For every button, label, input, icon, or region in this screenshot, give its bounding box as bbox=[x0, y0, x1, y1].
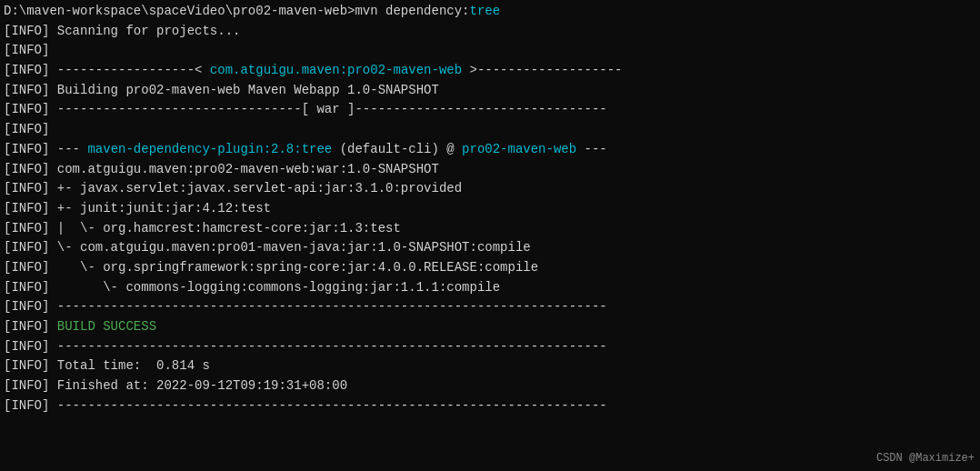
line-content: ----------------------------------------… bbox=[57, 337, 607, 357]
info-prefix: [INFO] bbox=[4, 140, 57, 160]
terminal-line: [INFO] \- com.atguigu.maven:pro01-maven-… bbox=[4, 238, 976, 258]
info-prefix: [INFO] bbox=[4, 258, 57, 278]
terminal-line: [INFO] \- org.springframework:spring-cor… bbox=[4, 258, 976, 278]
terminal-line: [INFO] Total time: 0.814 s bbox=[4, 356, 976, 376]
terminal-line: [INFO] Scanning for projects... bbox=[4, 22, 976, 42]
info-prefix: [INFO] bbox=[4, 356, 57, 376]
terminal-line: [INFO] ---------------------------------… bbox=[4, 396, 976, 416]
line-content: --------------------------------[ war ]-… bbox=[57, 100, 607, 120]
line-content: | \- org.hamcrest:hamcrest-core:jar:1.3:… bbox=[57, 219, 401, 239]
info-prefix: [INFO] bbox=[4, 100, 57, 120]
info-prefix: [INFO] bbox=[4, 297, 57, 317]
terminal-line: [INFO] \- commons-logging:commons-loggin… bbox=[4, 278, 976, 298]
terminal-line: [INFO] BUILD SUCCESS bbox=[4, 317, 976, 337]
line-content: \- commons-logging:commons-logging:jar:1… bbox=[57, 278, 500, 298]
line-content: Finished at: 2022-09-12T09:19:31+08:00 bbox=[57, 376, 347, 396]
terminal-line: [INFO] --- maven-dependency-plugin:2.8:t… bbox=[4, 140, 976, 160]
watermark: CSDN @Maximize+ bbox=[876, 450, 975, 467]
info-prefix: [INFO] bbox=[4, 278, 57, 298]
line-content: D:\maven-workspace\spaceVideo\pro02-mave… bbox=[4, 2, 500, 22]
line-content-cyan: com.atguigu.maven:pro02-maven-web bbox=[210, 61, 462, 81]
info-prefix: [INFO] bbox=[4, 396, 57, 416]
info-prefix: [INFO] bbox=[4, 61, 57, 81]
line-content: Total time: 0.814 s bbox=[57, 356, 210, 376]
line-content: +- junit:junit:jar:4.12:test bbox=[57, 199, 271, 219]
terminal-line: [INFO] Finished at: 2022-09-12T09:19:31+… bbox=[4, 376, 976, 396]
line-content: \- com.atguigu.maven:pro01-maven-java:ja… bbox=[57, 238, 531, 258]
terminal-line: [INFO] ---------------------------------… bbox=[4, 297, 976, 317]
info-prefix: [INFO] bbox=[4, 199, 57, 219]
line-content: com.atguigu.maven:pro02-maven-web:war:1.… bbox=[57, 160, 439, 180]
info-prefix: [INFO] bbox=[4, 238, 57, 258]
terminal-line: [INFO] --------------------------------[… bbox=[4, 100, 976, 120]
info-prefix: [INFO] bbox=[4, 22, 57, 42]
info-prefix: [INFO] bbox=[4, 179, 57, 199]
info-prefix: [INFO] bbox=[4, 120, 57, 140]
line-content: \- org.springframework:spring-core:jar:4… bbox=[57, 258, 538, 278]
terminal-line: [INFO] | \- org.hamcrest:hamcrest-core:j… bbox=[4, 219, 976, 239]
terminal: D:\maven-workspace\spaceVideo\pro02-mave… bbox=[0, 0, 980, 471]
terminal-line: [INFO] +- junit:junit:jar:4.12:test bbox=[4, 199, 976, 219]
info-prefix: [INFO] bbox=[4, 219, 57, 239]
info-prefix: [INFO] bbox=[4, 81, 57, 101]
terminal-line: [INFO] com.atguigu.maven:pro02-maven-web… bbox=[4, 160, 976, 180]
line-content-cyan: maven-dependency-plugin:2.8:tree bbox=[87, 140, 332, 160]
line-content: Building pro02-maven-web Maven Webapp 1.… bbox=[57, 81, 439, 101]
info-prefix: [INFO] bbox=[4, 41, 57, 61]
terminal-line: D:\maven-workspace\spaceVideo\pro02-mave… bbox=[4, 2, 976, 22]
info-prefix: [INFO] bbox=[4, 317, 57, 337]
line-content: ------------------< bbox=[57, 61, 210, 81]
line-content: >------------------- bbox=[462, 61, 622, 81]
terminal-line: [INFO] bbox=[4, 41, 976, 61]
terminal-line: [INFO] ---------------------------------… bbox=[4, 337, 976, 357]
line-content: --- bbox=[576, 140, 607, 160]
line-content: --- bbox=[57, 140, 88, 160]
line-content-cyan2: pro02-maven-web bbox=[462, 140, 576, 160]
terminal-line: [INFO] +- javax.servlet:javax.servlet-ap… bbox=[4, 179, 976, 199]
line-content: +- javax.servlet:javax.servlet-api:jar:3… bbox=[57, 179, 462, 199]
terminal-line: [INFO] bbox=[4, 120, 976, 140]
info-prefix: [INFO] bbox=[4, 160, 57, 180]
line-content: ----------------------------------------… bbox=[57, 297, 607, 317]
info-prefix: [INFO] bbox=[4, 376, 57, 396]
line-content: (default-cli) @ bbox=[332, 140, 462, 160]
line-content: Scanning for projects... bbox=[57, 22, 241, 42]
info-prefix: [INFO] bbox=[4, 337, 57, 357]
line-content: ----------------------------------------… bbox=[57, 396, 607, 416]
terminal-line: [INFO] Building pro02-maven-web Maven We… bbox=[4, 81, 976, 101]
terminal-line: [INFO] ------------------< com.atguigu.m… bbox=[4, 61, 976, 81]
build-success: BUILD SUCCESS bbox=[57, 317, 156, 337]
